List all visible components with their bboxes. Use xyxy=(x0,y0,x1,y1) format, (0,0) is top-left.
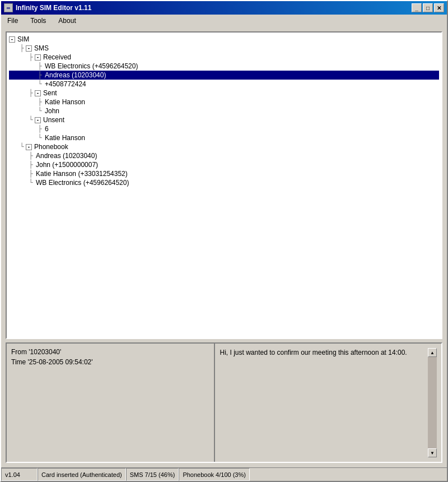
tree-label-katie-sent: Katie Hanson xyxy=(44,98,86,106)
status-card: Card inserted (Authenticated) xyxy=(38,468,126,481)
tree-label-pb-john: John (+1500000007) xyxy=(35,161,99,169)
connector-pb-katie: ├ xyxy=(27,170,35,178)
expand-phonebook[interactable]: - xyxy=(26,144,32,150)
expand-sim[interactable]: - xyxy=(9,36,15,43)
tree-node-sent[interactable]: ├ - Sent xyxy=(9,89,439,98)
main-window: ∞ Infinity SIM Editor v1.11 _ □ ✕ File T… xyxy=(0,0,448,482)
title-bar: ∞ Infinity SIM Editor v1.11 _ □ ✕ xyxy=(1,1,447,15)
close-button[interactable]: ✕ xyxy=(434,3,444,12)
tree-node-sim[interactable]: - SIM xyxy=(9,35,439,44)
tree-node-pb-andreas[interactable]: ├ Andreas (10203040) xyxy=(9,151,439,160)
tree-label-sms: SMS xyxy=(33,44,50,52)
from-label: From '10203040' xyxy=(11,348,209,356)
tree-label-sent: Sent xyxy=(42,89,58,97)
main-content: - SIM ├ - SMS ├ - Received xyxy=(1,27,447,467)
connector-unsent: └ xyxy=(27,116,35,124)
status-sms: SMS 7/15 (46%) xyxy=(126,468,179,481)
tree-node-unsent-6[interactable]: ├ 6 xyxy=(9,124,439,133)
connector-phonebook: └ xyxy=(18,143,26,151)
connector-sent: ├ xyxy=(27,89,35,97)
menu-file[interactable]: File xyxy=(4,16,21,26)
tree-label-john-sent: John xyxy=(44,107,60,115)
connector-phone: └ xyxy=(36,80,44,88)
tree-node-phone[interactable]: └ +4508772424 xyxy=(9,80,439,89)
tree-label-katie-unsent: Katie Hanson xyxy=(44,134,86,142)
tree-node-wb-electronics[interactable]: ├ WB Electronics (+4596264520) xyxy=(9,62,439,71)
status-phonebook: Phonebook 4/100 (3%) xyxy=(179,468,250,481)
tree-node-katie-sent[interactable]: ├ Katie Hanson xyxy=(9,98,439,106)
scroll-down-button[interactable]: ▼ xyxy=(428,448,437,457)
bottom-area: From '10203040' Time '25-08-2005 09:54:0… xyxy=(6,342,442,463)
info-panel: From '10203040' Time '25-08-2005 09:54:0… xyxy=(7,344,215,462)
tree-label-wb: WB Electronics (+4596264520) xyxy=(44,62,139,70)
tree-label-andreas: Andreas (10203040) xyxy=(44,71,107,79)
expand-sent[interactable]: - xyxy=(35,90,41,96)
tree-panel[interactable]: - SIM ├ - SMS ├ - Received xyxy=(6,31,442,339)
connector-pb-john: ├ xyxy=(27,161,35,169)
scrollbar[interactable]: ▲ ▼ xyxy=(428,348,437,457)
status-bar: v1.04 Card inserted (Authenticated) SMS … xyxy=(1,467,447,481)
connector-katie-unsent: └ xyxy=(36,134,44,142)
connector-john-sent: └ xyxy=(36,107,44,115)
tree-node-pb-katie[interactable]: ├ Katie Hanson (+33031254352) xyxy=(9,169,439,178)
tree-node-phonebook[interactable]: └ - Phonebook xyxy=(9,142,439,151)
expand-unsent[interactable]: - xyxy=(35,117,41,123)
message-text: Hi, I just wanted to confirm our meeting… xyxy=(220,348,426,457)
tree-label-pb-wb: WB Electronics (+4596264520) xyxy=(35,179,130,187)
tree-node-pb-john[interactable]: ├ John (+1500000007) xyxy=(9,160,439,169)
tree-label-pb-katie: Katie Hanson (+33031254352) xyxy=(35,170,129,178)
tree-label-sim: SIM xyxy=(16,35,30,43)
scroll-up-button[interactable]: ▲ xyxy=(428,348,437,357)
connector-pb-andreas: ├ xyxy=(27,152,35,160)
connector-andreas: ├ xyxy=(36,71,44,79)
time-label: Time '25-08-2005 09:54:02' xyxy=(11,358,209,366)
connector-sms: ├ xyxy=(18,44,26,52)
tree-node-andreas[interactable]: ├ Andreas (10203040) xyxy=(9,71,439,80)
tree-label-pb-andreas: Andreas (10203040) xyxy=(35,152,98,160)
menu-bar: File Tools About xyxy=(1,15,447,27)
menu-about[interactable]: About xyxy=(55,16,79,26)
tree-label-phonebook: Phonebook xyxy=(33,143,69,151)
app-icon: ∞ xyxy=(4,3,13,12)
expand-sms[interactable]: - xyxy=(26,45,32,52)
window-controls: _ □ ✕ xyxy=(412,3,444,12)
maximize-button[interactable]: □ xyxy=(423,3,433,12)
title-bar-left: ∞ Infinity SIM Editor v1.11 xyxy=(4,3,91,12)
connector-pb-wb: └ xyxy=(27,179,35,187)
connector-received: ├ xyxy=(27,53,35,61)
tree-node-pb-wb[interactable]: └ WB Electronics (+4596264520) xyxy=(9,178,439,187)
tree-node-john-sent[interactable]: └ John xyxy=(9,106,439,115)
connector-katie-sent: ├ xyxy=(36,98,44,106)
tree-node-katie-unsent[interactable]: └ Katie Hanson xyxy=(9,133,439,142)
tree-label-received: Received xyxy=(42,53,72,61)
connector-wb: ├ xyxy=(36,62,44,70)
minimize-button[interactable]: _ xyxy=(412,3,422,12)
scroll-track[interactable] xyxy=(428,357,437,448)
tree-node-received[interactable]: ├ - Received xyxy=(9,53,439,62)
tree-label-6: 6 xyxy=(44,125,50,133)
tree-label-unsent: Unsent xyxy=(42,116,66,124)
tree-node-sms[interactable]: ├ - SMS xyxy=(9,44,439,53)
tree-label-phone: +4508772424 xyxy=(44,80,87,88)
message-panel: Hi, I just wanted to confirm our meeting… xyxy=(215,344,441,462)
expand-received[interactable]: - xyxy=(35,54,41,61)
menu-tools[interactable]: Tools xyxy=(27,16,49,26)
status-version: v1.04 xyxy=(1,468,38,481)
tree-node-unsent[interactable]: └ - Unsent xyxy=(9,115,439,124)
window-title: Infinity SIM Editor v1.11 xyxy=(16,4,91,12)
connector-6: ├ xyxy=(36,125,44,133)
